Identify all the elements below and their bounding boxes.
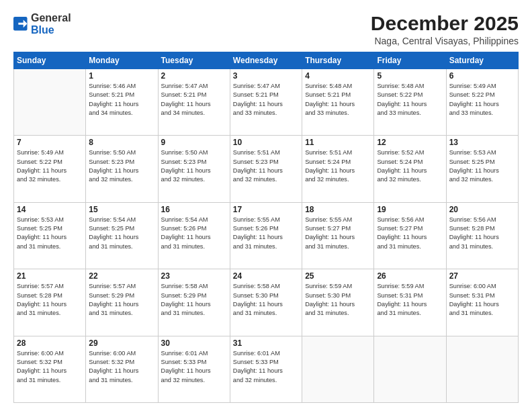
day-number: 27 bbox=[449, 271, 515, 281]
day-info: Sunrise: 5:48 AM Sunset: 5:21 PM Dayligh… bbox=[305, 82, 371, 118]
day-number: 2 bbox=[161, 71, 227, 81]
table-cell: 1Sunrise: 5:46 AM Sunset: 5:21 PM Daylig… bbox=[86, 69, 158, 136]
week-row-2: 14Sunrise: 5:53 AM Sunset: 5:25 PM Dayli… bbox=[14, 202, 519, 269]
day-info: Sunrise: 5:53 AM Sunset: 5:25 PM Dayligh… bbox=[17, 216, 83, 251]
day-info: Sunrise: 5:47 AM Sunset: 5:21 PM Dayligh… bbox=[161, 82, 227, 118]
day-info: Sunrise: 6:00 AM Sunset: 5:32 PM Dayligh… bbox=[17, 349, 83, 385]
day-number: 1 bbox=[89, 71, 154, 81]
day-number: 23 bbox=[161, 271, 227, 281]
table-cell: 13Sunrise: 5:53 AM Sunset: 5:25 PM Dayli… bbox=[446, 136, 518, 202]
col-tuesday: Tuesday bbox=[158, 52, 230, 69]
day-info: Sunrise: 5:51 AM Sunset: 5:24 PM Dayligh… bbox=[305, 148, 371, 184]
col-monday: Monday bbox=[86, 52, 158, 69]
table-cell bbox=[14, 69, 86, 136]
table-cell: 17Sunrise: 5:55 AM Sunset: 5:26 PM Dayli… bbox=[230, 202, 302, 269]
day-info: Sunrise: 5:52 AM Sunset: 5:24 PM Dayligh… bbox=[377, 148, 443, 184]
week-row-3: 21Sunrise: 5:57 AM Sunset: 5:28 PM Dayli… bbox=[14, 269, 519, 336]
day-info: Sunrise: 5:53 AM Sunset: 5:25 PM Dayligh… bbox=[449, 148, 515, 184]
day-info: Sunrise: 5:54 AM Sunset: 5:25 PM Dayligh… bbox=[89, 216, 154, 251]
day-info: Sunrise: 5:50 AM Sunset: 5:23 PM Dayligh… bbox=[89, 148, 154, 184]
logo: General Blue bbox=[13, 12, 71, 36]
table-cell: 30Sunrise: 6:01 AM Sunset: 5:33 PM Dayli… bbox=[158, 336, 230, 402]
table-cell bbox=[374, 336, 446, 402]
col-thursday: Thursday bbox=[302, 52, 374, 69]
col-wednesday: Wednesday bbox=[230, 52, 302, 69]
logo-general: General bbox=[31, 12, 71, 24]
table-cell: 11Sunrise: 5:51 AM Sunset: 5:24 PM Dayli… bbox=[302, 136, 374, 202]
table-cell: 4Sunrise: 5:48 AM Sunset: 5:21 PM Daylig… bbox=[302, 69, 374, 136]
logo-icon bbox=[13, 17, 28, 32]
day-info: Sunrise: 5:56 AM Sunset: 5:28 PM Dayligh… bbox=[449, 216, 515, 251]
day-number: 29 bbox=[89, 338, 154, 348]
day-number: 3 bbox=[233, 71, 299, 81]
table-cell: 15Sunrise: 5:54 AM Sunset: 5:25 PM Dayli… bbox=[86, 202, 158, 269]
week-row-0: 1Sunrise: 5:46 AM Sunset: 5:21 PM Daylig… bbox=[14, 69, 519, 136]
day-number: 14 bbox=[17, 205, 83, 214]
day-info: Sunrise: 5:51 AM Sunset: 5:23 PM Dayligh… bbox=[233, 148, 299, 184]
page: General Blue December 2025 Naga, Central… bbox=[0, 0, 532, 411]
table-cell: 18Sunrise: 5:55 AM Sunset: 5:27 PM Dayli… bbox=[302, 202, 374, 269]
day-info: Sunrise: 5:46 AM Sunset: 5:21 PM Dayligh… bbox=[89, 82, 154, 118]
day-number: 22 bbox=[89, 271, 154, 281]
day-info: Sunrise: 6:00 AM Sunset: 5:31 PM Dayligh… bbox=[449, 282, 515, 318]
day-info: Sunrise: 6:01 AM Sunset: 5:33 PM Dayligh… bbox=[233, 349, 299, 385]
day-info: Sunrise: 5:58 AM Sunset: 5:29 PM Dayligh… bbox=[161, 282, 227, 318]
table-cell: 24Sunrise: 5:58 AM Sunset: 5:30 PM Dayli… bbox=[230, 269, 302, 336]
day-number: 28 bbox=[17, 338, 83, 348]
day-info: Sunrise: 6:01 AM Sunset: 5:33 PM Dayligh… bbox=[161, 349, 227, 385]
day-info: Sunrise: 5:59 AM Sunset: 5:31 PM Dayligh… bbox=[377, 282, 443, 318]
location: Naga, Central Visayas, Philippines bbox=[371, 36, 519, 46]
table-cell: 12Sunrise: 5:52 AM Sunset: 5:24 PM Dayli… bbox=[374, 136, 446, 202]
table-cell: 8Sunrise: 5:50 AM Sunset: 5:23 PM Daylig… bbox=[86, 136, 158, 202]
day-info: Sunrise: 5:56 AM Sunset: 5:27 PM Dayligh… bbox=[377, 216, 443, 251]
day-info: Sunrise: 5:49 AM Sunset: 5:22 PM Dayligh… bbox=[17, 148, 83, 184]
day-info: Sunrise: 5:54 AM Sunset: 5:26 PM Dayligh… bbox=[161, 216, 227, 251]
table-cell: 2Sunrise: 5:47 AM Sunset: 5:21 PM Daylig… bbox=[158, 69, 230, 136]
day-info: Sunrise: 5:57 AM Sunset: 5:29 PM Dayligh… bbox=[89, 282, 154, 318]
week-row-4: 28Sunrise: 6:00 AM Sunset: 5:32 PM Dayli… bbox=[14, 336, 519, 402]
day-info: Sunrise: 5:49 AM Sunset: 5:22 PM Dayligh… bbox=[449, 82, 515, 118]
title-section: December 2025 Naga, Central Visayas, Phi… bbox=[371, 12, 519, 46]
day-number: 13 bbox=[449, 138, 515, 147]
day-number: 18 bbox=[305, 205, 371, 214]
table-cell: 16Sunrise: 5:54 AM Sunset: 5:26 PM Dayli… bbox=[158, 202, 230, 269]
day-info: Sunrise: 5:59 AM Sunset: 5:30 PM Dayligh… bbox=[305, 282, 371, 318]
table-cell: 27Sunrise: 6:00 AM Sunset: 5:31 PM Dayli… bbox=[446, 269, 518, 336]
day-number: 25 bbox=[305, 271, 371, 281]
calendar-header-row: Sunday Monday Tuesday Wednesday Thursday… bbox=[14, 52, 519, 69]
day-number: 17 bbox=[233, 205, 299, 214]
table-cell: 14Sunrise: 5:53 AM Sunset: 5:25 PM Dayli… bbox=[14, 202, 86, 269]
day-info: Sunrise: 6:00 AM Sunset: 5:32 PM Dayligh… bbox=[89, 349, 154, 385]
table-cell: 20Sunrise: 5:56 AM Sunset: 5:28 PM Dayli… bbox=[446, 202, 518, 269]
day-number: 9 bbox=[161, 138, 227, 147]
day-number: 12 bbox=[377, 138, 443, 147]
day-number: 24 bbox=[233, 271, 299, 281]
day-info: Sunrise: 5:50 AM Sunset: 5:23 PM Dayligh… bbox=[161, 148, 227, 184]
day-number: 31 bbox=[233, 338, 299, 348]
month-title: December 2025 bbox=[371, 12, 519, 34]
table-cell bbox=[446, 336, 518, 402]
table-cell: 6Sunrise: 5:49 AM Sunset: 5:22 PM Daylig… bbox=[446, 69, 518, 136]
header: General Blue December 2025 Naga, Central… bbox=[13, 12, 519, 46]
table-cell: 23Sunrise: 5:58 AM Sunset: 5:29 PM Dayli… bbox=[158, 269, 230, 336]
table-cell: 19Sunrise: 5:56 AM Sunset: 5:27 PM Dayli… bbox=[374, 202, 446, 269]
day-number: 15 bbox=[89, 205, 154, 214]
col-saturday: Saturday bbox=[446, 52, 518, 69]
table-cell: 10Sunrise: 5:51 AM Sunset: 5:23 PM Dayli… bbox=[230, 136, 302, 202]
day-number: 30 bbox=[161, 338, 227, 348]
day-number: 4 bbox=[305, 71, 371, 81]
table-cell: 5Sunrise: 5:48 AM Sunset: 5:22 PM Daylig… bbox=[374, 69, 446, 136]
day-info: Sunrise: 5:47 AM Sunset: 5:21 PM Dayligh… bbox=[233, 82, 299, 118]
col-friday: Friday bbox=[374, 52, 446, 69]
logo-text: General Blue bbox=[31, 12, 71, 36]
day-info: Sunrise: 5:48 AM Sunset: 5:22 PM Dayligh… bbox=[377, 82, 443, 118]
col-sunday: Sunday bbox=[14, 52, 86, 69]
day-number: 26 bbox=[377, 271, 443, 281]
calendar-table: Sunday Monday Tuesday Wednesday Thursday… bbox=[13, 52, 519, 403]
day-number: 5 bbox=[377, 71, 443, 81]
day-number: 21 bbox=[17, 271, 83, 281]
day-info: Sunrise: 5:57 AM Sunset: 5:28 PM Dayligh… bbox=[17, 282, 83, 318]
table-cell: 3Sunrise: 5:47 AM Sunset: 5:21 PM Daylig… bbox=[230, 69, 302, 136]
day-number: 7 bbox=[17, 138, 83, 147]
day-number: 8 bbox=[89, 138, 154, 147]
